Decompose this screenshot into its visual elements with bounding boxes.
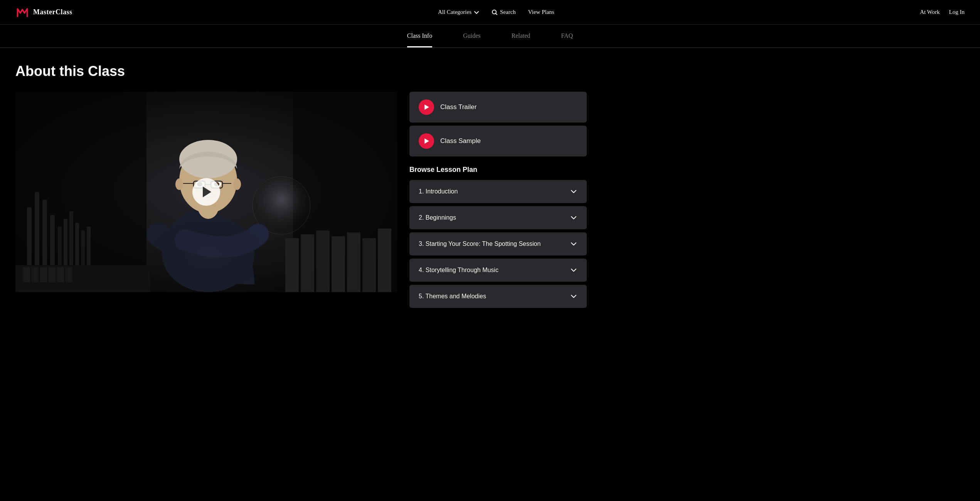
lesson-2-label: 2. Beginnings — [419, 214, 456, 221]
svg-rect-26 — [40, 267, 47, 282]
class-trailer-label: Class Trailer — [440, 103, 477, 111]
svg-rect-25 — [32, 267, 39, 282]
logo[interactable]: MasterClass — [15, 5, 72, 19]
right-sidebar: Class Trailer Class Sample Browse Lesson… — [409, 92, 587, 308]
svg-rect-22 — [378, 229, 391, 292]
svg-rect-24 — [23, 267, 30, 282]
video-player[interactable] — [15, 92, 397, 292]
content-row: Class Trailer Class Sample Browse Lesson… — [15, 92, 965, 308]
tab-faq-label: FAQ — [561, 32, 573, 39]
top-nav: MasterClass All Categories Search View P… — [0, 0, 980, 25]
browse-lesson-plan-heading: Browse Lesson Plan — [409, 166, 587, 174]
lesson-3-label: 3. Starting Your Score: The Spotting Ses… — [419, 240, 541, 247]
lesson-item-3[interactable]: 3. Starting Your Score: The Spotting Ses… — [409, 232, 587, 256]
svg-rect-28 — [57, 267, 64, 282]
svg-rect-16 — [285, 238, 299, 292]
tabs-bar: Class Info Guides Related FAQ — [0, 25, 980, 48]
view-plans-button[interactable]: View Plans — [528, 9, 554, 15]
lesson-5-chevron-icon — [570, 293, 578, 300]
svg-rect-17 — [301, 234, 314, 292]
main-content: About this Class — [0, 48, 980, 331]
tab-class-info-label: Class Info — [407, 32, 432, 39]
lesson-1-chevron-icon — [570, 188, 578, 195]
class-sample-label: Class Sample — [440, 137, 481, 145]
search-label: Search — [500, 9, 516, 15]
svg-point-47 — [131, 200, 285, 292]
categories-label: All Categories — [438, 9, 471, 15]
svg-point-46 — [233, 178, 241, 190]
lesson-2-chevron-icon — [570, 214, 578, 222]
tab-faq[interactable]: FAQ — [561, 25, 573, 47]
svg-rect-27 — [49, 267, 56, 282]
at-work-link[interactable]: At Work — [920, 9, 940, 15]
trailer-play-triangle — [424, 104, 429, 110]
lesson-1-label: 1. Introduction — [419, 188, 458, 195]
svg-rect-29 — [66, 267, 72, 282]
svg-rect-18 — [316, 230, 330, 292]
chevron-down-icon — [474, 10, 479, 15]
sample-play-icon — [419, 133, 434, 149]
logo-text: MasterClass — [33, 8, 72, 16]
lesson-4-chevron-icon — [570, 266, 578, 274]
lesson-4-label: 4. Storytelling Through Music — [419, 267, 498, 274]
lesson-3-chevron-icon — [570, 240, 578, 248]
tab-guides[interactable]: Guides — [463, 25, 480, 47]
class-trailer-button[interactable]: Class Trailer — [409, 92, 587, 123]
lesson-item-5[interactable]: 5. Themes and Melodies — [409, 285, 587, 308]
tab-related-label: Related — [511, 32, 530, 39]
class-sample-button[interactable]: Class Sample — [409, 126, 587, 156]
svg-point-45 — [175, 178, 183, 190]
lesson-item-1[interactable]: 1. Introduction — [409, 180, 587, 203]
page-title: About this Class — [15, 63, 965, 79]
lesson-5-label: 5. Themes and Melodies — [419, 293, 486, 300]
nav-right: At Work Log In — [920, 9, 965, 15]
login-link[interactable]: Log In — [949, 9, 965, 15]
play-icon — [203, 187, 211, 197]
tab-class-info[interactable]: Class Info — [407, 25, 432, 47]
video-play-button[interactable] — [192, 178, 220, 206]
sample-play-triangle — [424, 138, 429, 144]
nav-search-button[interactable]: Search — [492, 9, 516, 15]
search-icon — [492, 9, 498, 15]
trailer-play-icon — [419, 99, 434, 115]
masterclass-logo-icon — [15, 5, 29, 19]
tab-related[interactable]: Related — [511, 25, 530, 47]
svg-rect-21 — [362, 238, 376, 292]
lesson-item-2[interactable]: 2. Beginnings — [409, 206, 587, 229]
tab-guides-label: Guides — [463, 32, 480, 39]
svg-rect-20 — [347, 232, 360, 292]
lesson-item-4[interactable]: 4. Storytelling Through Music — [409, 259, 587, 282]
nav-categories-button[interactable]: All Categories — [438, 9, 479, 15]
svg-rect-19 — [332, 236, 345, 292]
nav-center: All Categories Search View Plans — [72, 9, 920, 15]
